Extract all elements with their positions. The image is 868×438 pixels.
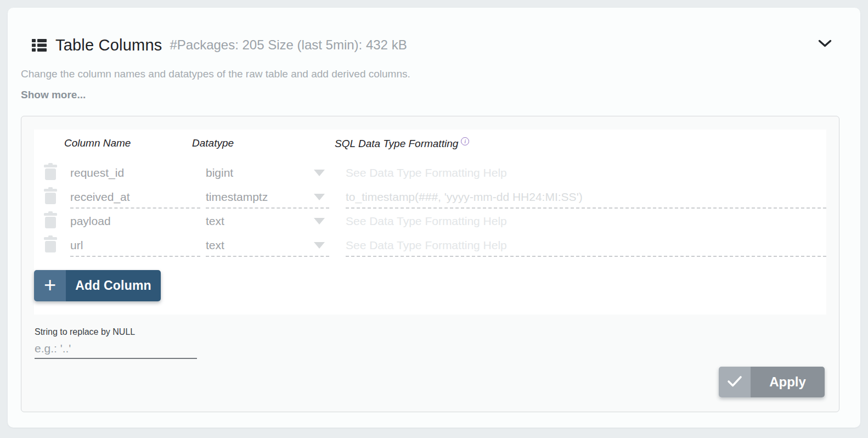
add-column-button[interactable]: + Add Column <box>34 270 161 301</box>
caret-down-icon <box>314 242 325 249</box>
columns-table: Column Name Datatype SQL Data Type Forma… <box>34 130 826 315</box>
column-name-input[interactable] <box>70 166 200 179</box>
package-stats: #Packages: 205 Size (last 5min): 432 kB <box>170 37 407 53</box>
trash-icon <box>44 187 57 206</box>
datatype-header: Datatype <box>192 137 234 149</box>
trash-icon <box>44 235 57 254</box>
sql-formatting-input[interactable] <box>346 239 826 252</box>
check-icon <box>727 375 742 389</box>
table-row: bigint <box>34 160 826 184</box>
caret-down-icon <box>314 170 325 176</box>
delete-column-button[interactable] <box>44 235 57 254</box>
delete-column-button[interactable] <box>44 163 57 182</box>
sql-formatting-header: SQL Data Type Formattingi <box>335 137 469 150</box>
sql-formatting-input[interactable] <box>346 190 826 204</box>
sql-formatting-input[interactable] <box>346 215 826 228</box>
table-row: text <box>34 233 826 257</box>
apply-label: Apply <box>751 367 825 397</box>
plus-icon: + <box>44 274 56 295</box>
table-columns-card: Table Columns #Packages: 205 Size (last … <box>8 8 860 428</box>
table-row: text <box>34 209 826 233</box>
card-header: Table Columns #Packages: 205 Size (last … <box>32 34 811 56</box>
column-name-input[interactable] <box>70 215 200 228</box>
column-rows: bigint <box>34 160 826 257</box>
sql-formatting-input[interactable] <box>346 166 826 179</box>
delete-column-button[interactable] <box>44 187 57 206</box>
datatype-select[interactable]: text <box>206 211 329 233</box>
show-more-link[interactable]: Show more... <box>21 89 86 101</box>
null-replace-input[interactable] <box>35 339 197 359</box>
datatype-select[interactable]: bigint <box>206 162 329 184</box>
delete-column-button[interactable] <box>44 211 57 230</box>
null-replace-label: String to replace by NULL <box>35 327 135 337</box>
column-name-header: Column Name <box>64 137 131 149</box>
datatype-select[interactable]: timestamptz <box>206 187 329 209</box>
collapse-button[interactable] <box>816 37 834 52</box>
table-list-icon <box>32 38 47 53</box>
apply-button[interactable]: Apply <box>719 367 825 397</box>
trash-icon <box>44 211 57 230</box>
info-icon[interactable]: i <box>461 137 469 145</box>
caret-down-icon <box>314 218 325 224</box>
datatype-select[interactable]: text <box>206 235 329 257</box>
caret-down-icon <box>314 194 325 200</box>
table-row: timestamptz <box>34 184 826 209</box>
column-name-input[interactable] <box>70 239 200 252</box>
columns-editor-panel: Column Name Datatype SQL Data Type Forma… <box>21 116 839 412</box>
add-column-label: Add Column <box>66 270 161 301</box>
panel-description: Change the column names and datatypes of… <box>21 68 410 80</box>
column-name-input[interactable] <box>70 190 200 204</box>
page-title: Table Columns <box>55 36 162 54</box>
chevron-down-icon <box>818 40 832 49</box>
trash-icon <box>44 163 57 182</box>
